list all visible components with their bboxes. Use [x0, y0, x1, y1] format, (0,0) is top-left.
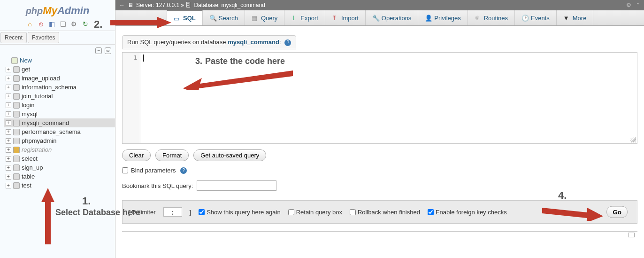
bind-parameters-row: Bind parameters ? — [122, 167, 637, 174]
sql-icon[interactable]: ◧ — [48, 20, 56, 28]
expand-icon[interactable]: + — [6, 165, 11, 171]
show-again-checkbox[interactable] — [199, 209, 205, 215]
tab-import[interactable]: ⤒Import — [325, 10, 366, 25]
tab-privileges[interactable]: 👤Privileges — [418, 10, 468, 25]
chevron-up-icon[interactable]: ⌃ — [636, 2, 640, 8]
delimiter-input[interactable] — [163, 207, 182, 217]
db-link[interactable]: mysqli_command — [222, 2, 265, 8]
footer-bar: [ Delimiter ] Show this query here again… — [122, 200, 637, 224]
show-again-option[interactable]: Show this query here again — [199, 209, 281, 216]
tree-item-sign_up[interactable]: +sign_up — [4, 163, 115, 172]
tab-more[interactable]: ▼More — [557, 10, 594, 25]
tab-routines[interactable]: ⚛Routines — [468, 10, 515, 25]
tab-events[interactable]: 🕑Events — [515, 10, 557, 25]
tab-operations[interactable]: 🔧Operations — [366, 10, 419, 25]
phpmyadmin-logo[interactable]: phpMyAdmin — [0, 0, 115, 19]
breadcrumb-separator: » — [181, 2, 184, 8]
tree-item-test[interactable]: +test — [4, 181, 115, 190]
rollback-checkbox[interactable] — [350, 209, 356, 215]
tree-item-mysqli_command[interactable]: +mysqli_command — [4, 118, 115, 127]
server-link[interactable]: 127.0.0.1 — [156, 2, 179, 8]
link-icon[interactable]: ∞ — [105, 47, 111, 54]
help-icon[interactable]: ? — [180, 167, 187, 174]
sql-editor[interactable]: 1 — [122, 52, 637, 144]
bookmark-input[interactable] — [197, 180, 276, 191]
db-icon — [13, 93, 20, 100]
tree-item-table[interactable]: +table — [4, 172, 115, 181]
exit-icon[interactable]: ⎋ — [37, 20, 45, 28]
expand-icon[interactable]: + — [6, 85, 11, 90]
rollback-option[interactable]: Rollback when finished — [350, 209, 420, 216]
tree-item-information_schema[interactable]: +information_schema — [4, 83, 115, 92]
tab-search[interactable]: 🔍Search — [203, 10, 245, 25]
events-icon: 🕑 — [521, 15, 528, 21]
tree-item-mysql[interactable]: +mysql — [4, 109, 115, 118]
fk-option[interactable]: Enable foreign key checks — [428, 209, 507, 216]
reload-icon[interactable]: ↻ — [82, 20, 89, 28]
recent-tab[interactable]: Recent — [0, 32, 27, 43]
expand-icon[interactable]: + — [6, 174, 11, 180]
tree-item-phpmyadmin[interactable]: +phpmyadmin — [4, 136, 115, 145]
autosaved-button[interactable]: Get auto-saved query — [193, 149, 266, 161]
server-icon: 🖥 — [128, 2, 134, 8]
back-icon[interactable]: ← — [119, 2, 125, 8]
tree-item-image_upload[interactable]: +image_upload — [4, 74, 115, 83]
expand-icon[interactable]: + — [6, 183, 11, 188]
editor-textarea[interactable] — [140, 53, 637, 143]
tiny-box-icon[interactable] — [628, 233, 635, 237]
expand-icon[interactable]: + — [6, 94, 11, 99]
tab-query[interactable]: ▦Query — [245, 10, 284, 25]
tab-export[interactable]: ⤓Export — [284, 10, 325, 25]
collapse-icon[interactable]: − — [95, 47, 102, 54]
db-icon — [13, 182, 20, 189]
expand-icon[interactable]: + — [6, 120, 11, 126]
expand-icon[interactable]: + — [6, 102, 11, 108]
tree-item-registration[interactable]: +registration — [4, 145, 115, 154]
expand-icon[interactable]: + — [6, 147, 11, 153]
logo-php: php — [26, 6, 43, 16]
bind-parameters-checkbox[interactable] — [122, 167, 128, 173]
retain-option[interactable]: Retain query box — [288, 209, 342, 216]
db-icon — [13, 66, 20, 73]
docs-icon[interactable]: ❏ — [59, 20, 67, 28]
privileges-icon: 👤 — [425, 15, 431, 21]
fk-checkbox[interactable] — [428, 209, 434, 215]
favorites-tab[interactable]: Favorites — [28, 32, 59, 43]
expand-icon[interactable]: + — [6, 111, 11, 117]
db-icon: 🗄 — [185, 2, 192, 8]
expand-icon[interactable]: + — [6, 156, 11, 162]
clear-button[interactable]: Clear — [122, 149, 151, 161]
tree-new[interactable]: New — [4, 56, 115, 65]
db-icon — [13, 129, 20, 135]
expand-icon[interactable]: + — [6, 138, 11, 144]
content: Run SQL query/queries on database mysqli… — [115, 26, 644, 245]
settings-icon[interactable]: ⚙ — [626, 2, 631, 8]
query-header-db: mysqli_command — [228, 39, 279, 46]
tabs: . ▭SQL 🔍Search ▦Query ⤓Export ⤒Import 🔧O… — [115, 10, 644, 26]
tree-item-get[interactable]: +get — [4, 65, 115, 74]
expand-icon[interactable]: + — [6, 67, 11, 72]
db-icon — [13, 138, 20, 144]
db-icon — [13, 120, 20, 126]
recent-favorites-tabs: Recent Favorites — [0, 31, 115, 45]
tab-hidden: . — [115, 10, 167, 25]
home-icon[interactable]: ⌂ — [26, 20, 33, 28]
go-button[interactable]: Go — [606, 206, 628, 218]
db-icon — [13, 102, 20, 109]
tree-item-performance_schema[interactable]: +performance_schema — [4, 127, 115, 136]
bookmark-row: Bookmark this SQL query: — [122, 180, 637, 191]
tab-sql[interactable]: ▭SQL — [167, 10, 203, 25]
tree-item-join_tutorial[interactable]: +join_tutorial — [4, 92, 115, 101]
help-icon[interactable]: ? — [284, 39, 291, 46]
bookmark-label: Bookmark this SQL query: — [122, 182, 193, 189]
retain-checkbox[interactable] — [288, 209, 294, 215]
tree-item-select[interactable]: +select — [4, 154, 115, 163]
tree-item-login[interactable]: +login — [4, 101, 115, 109]
gear-icon[interactable]: ⚙ — [70, 20, 78, 28]
format-button[interactable]: Format — [155, 149, 189, 161]
delimiter-label: [ Delimiter — [128, 209, 156, 216]
expand-icon[interactable]: + — [6, 76, 11, 81]
expand-icon[interactable]: + — [6, 129, 11, 135]
resize-handle[interactable] — [630, 137, 636, 142]
lower-border — [122, 231, 637, 236]
